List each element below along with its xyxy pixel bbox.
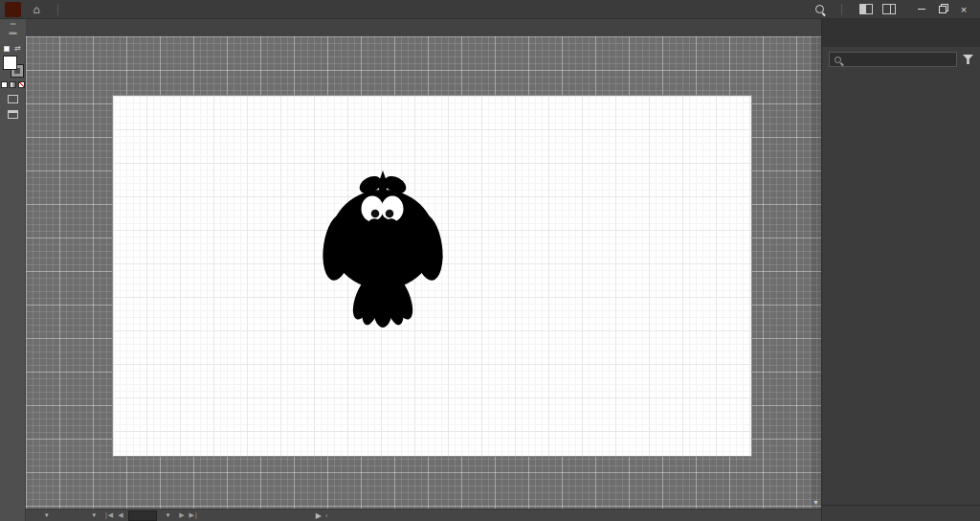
divider xyxy=(57,4,58,15)
workspace-switcher-icon[interactable] xyxy=(882,4,896,14)
divider xyxy=(841,4,842,15)
eye-pupil-right xyxy=(386,210,394,218)
scroll-down-icon[interactable]: ▼ xyxy=(813,499,819,506)
document-tab-bar xyxy=(26,19,821,36)
vertical-scrollbar[interactable]: ▼ xyxy=(812,36,821,509)
eye-pupil-left xyxy=(371,210,380,218)
search-input[interactable] xyxy=(846,54,942,65)
status-bar: ▾ ▾ |◀ ◀ ▾ ▶ ▶| ▶ ‹ xyxy=(26,509,821,521)
gradient-button[interactable] xyxy=(10,81,16,88)
menu-bar: ⌂ × xyxy=(0,0,980,19)
minimize-button[interactable] xyxy=(911,1,932,18)
artboard-dropdown-icon[interactable]: ▾ xyxy=(161,511,176,519)
canvas[interactable]: ▼ xyxy=(26,36,821,509)
first-artboard-icon[interactable]: |◀ xyxy=(105,511,114,519)
bird-artwork[interactable] xyxy=(323,169,443,329)
panel-menu-icon[interactable] xyxy=(965,29,980,47)
search-icon xyxy=(835,57,841,63)
draw-mode-button[interactable] xyxy=(8,95,18,103)
search-icon[interactable] xyxy=(815,5,824,13)
swap-fill-stroke-icon[interactable]: ⇄ xyxy=(14,44,21,53)
fill-swatch[interactable] xyxy=(3,56,17,70)
fill-stroke-control[interactable] xyxy=(2,56,23,77)
filter-icon[interactable] xyxy=(963,55,973,64)
zoom-dropdown-icon[interactable]: ▾ xyxy=(39,511,55,519)
previous-artboard-icon[interactable]: ◀ xyxy=(118,511,123,519)
status-expand-icon[interactable]: ▶ xyxy=(316,511,322,520)
layers-search-box[interactable] xyxy=(829,52,957,67)
right-panel xyxy=(821,19,980,521)
app-logo-icon[interactable] xyxy=(5,2,21,17)
color-button[interactable] xyxy=(1,81,8,88)
last-artboard-icon[interactable]: ▶| xyxy=(189,511,198,519)
next-artboard-icon[interactable]: ▶ xyxy=(179,511,185,519)
close-button[interactable]: × xyxy=(953,1,974,18)
rotation-dropdown-icon[interactable]: ▾ xyxy=(87,511,102,519)
panel-tab-bar xyxy=(822,29,980,47)
status-collapse-icon[interactable]: ‹ xyxy=(325,512,328,519)
none-button[interactable] xyxy=(18,81,25,88)
default-fill-stroke-icon[interactable] xyxy=(4,46,10,52)
artboard-number-field[interactable] xyxy=(128,510,157,521)
arrange-documents-icon[interactable] xyxy=(859,4,873,14)
feet xyxy=(360,265,406,283)
toolbar-header[interactable]: ••▬ xyxy=(0,19,26,36)
restore-button[interactable] xyxy=(932,1,953,18)
layers-panel-empty-area xyxy=(822,72,980,505)
tools-panel: ⇄ xyxy=(0,36,26,521)
illustrator-window: ⌂ × ••▬ ⇄ xyxy=(0,0,980,521)
screen-mode-button[interactable] xyxy=(8,110,18,119)
layers-panel-footer xyxy=(822,505,980,521)
home-icon[interactable]: ⌂ xyxy=(27,3,46,16)
share-button[interactable] xyxy=(785,8,806,11)
